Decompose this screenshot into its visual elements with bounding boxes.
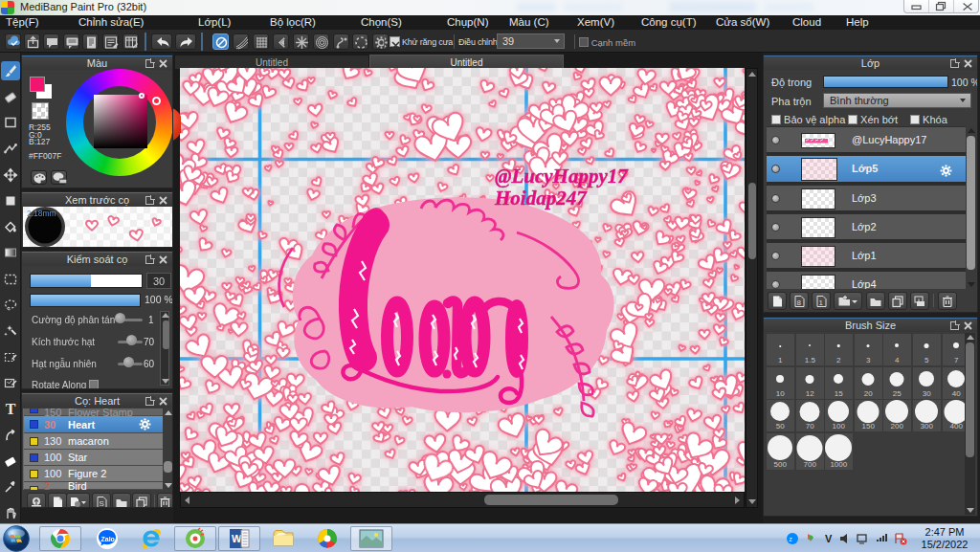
svg-text:@LucyHappy17: @LucyHappy17 [495,165,629,188]
svg-text:1: 1 [819,298,824,306]
svg-text:2.18mm: 2.18mm [27,209,56,218]
svg-text:W: W [232,533,242,544]
svg-text:V: V [825,533,833,544]
svg-text:S: S [100,498,104,507]
svg-text:Zalo: Zalo [101,536,115,542]
svg-text:Z: Z [790,537,792,542]
svg-text:8: 8 [797,298,802,306]
svg-text:Hoidap247: Hoidap247 [494,187,588,210]
